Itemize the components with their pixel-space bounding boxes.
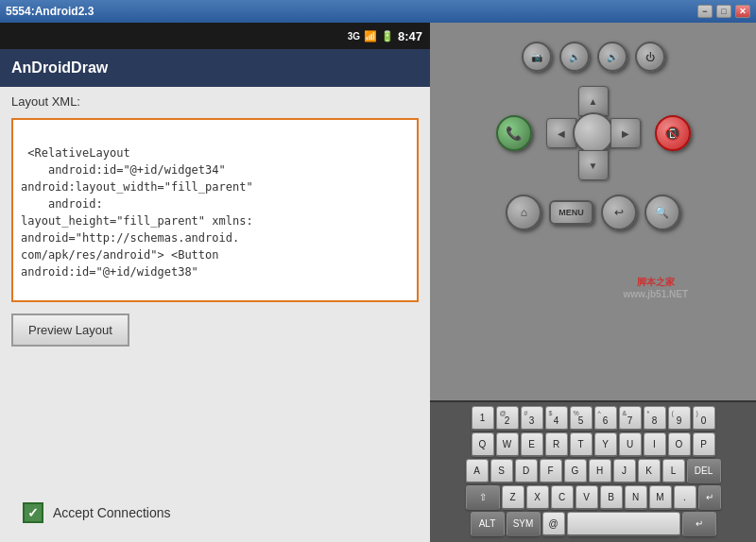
signal-icon: 📶 [364,30,377,42]
key-r[interactable]: R [545,432,568,457]
window-title: 5554:Android2.3 [6,5,94,18]
accept-connections-label: Accept Connections [53,505,171,520]
key-w[interactable]: W [496,432,519,457]
watermark: 脚本之家 www.jb51.NET [623,276,688,300]
key-shift[interactable]: ⇧ [466,485,500,510]
call-button[interactable]: 📞 [496,115,532,151]
key-m[interactable]: M [649,485,672,510]
key-6[interactable]: ^6 [594,406,617,431]
key-3[interactable]: #3 [521,406,543,431]
keyboard: 1 @2 #3 $4 %5 ^6 &7 *8 (9 )0 Q W E R T Y… [430,400,756,542]
power-button[interactable]: ⏻ [635,42,665,72]
end-call-button[interactable]: 📵 [655,115,691,151]
battery-icon: 🔋 [381,30,394,42]
xml-content[interactable]: <RelativeLayout android:id="@+id/widget3… [11,118,419,302]
xml-label: Layout XML: [11,94,419,109]
volume-down-button[interactable]: 🔉 [559,42,590,72]
key-q[interactable]: Q [472,432,494,457]
status-time: 8:47 [398,29,422,43]
key-enter[interactable]: ↵ [698,485,721,510]
key-2[interactable]: @2 [496,406,519,431]
key-o[interactable]: O [668,432,691,457]
key-n[interactable]: N [625,485,647,510]
window-controls: − □ ✕ [697,5,750,18]
key-x[interactable]: X [526,485,549,510]
bottom-controls: ⌂ MENU ↩ 🔍 [506,195,680,230]
key-9[interactable]: (9 [668,406,691,431]
key-sym[interactable]: SYM [507,512,541,536]
key-v[interactable]: V [576,485,598,510]
key-p[interactable]: P [693,432,715,457]
network-indicator: 3G [348,31,360,42]
key-del[interactable]: DEL [687,459,721,483]
key-l[interactable]: L [662,459,685,483]
watermark-line1: 脚本之家 [623,276,688,288]
camera-button[interactable]: 📷 [522,42,552,72]
key-k[interactable]: K [638,459,661,483]
key-g[interactable]: G [564,459,587,483]
key-e[interactable]: E [521,432,543,457]
volume-up-button[interactable]: 🔊 [597,42,627,72]
dpad-right-button[interactable]: ▶ [610,118,641,148]
menu-button[interactable]: MENU [549,200,593,225]
accept-connections-checkbox[interactable]: ✓ [23,502,43,523]
key-0[interactable]: )0 [693,406,715,431]
dpad: ▲ ◀ ▶ ▼ [541,81,645,185]
key-t[interactable]: T [570,432,593,457]
key-5[interactable]: %5 [570,406,593,431]
dpad-down-button[interactable]: ▼ [578,150,609,180]
key-i[interactable]: I [644,432,666,457]
dpad-center-button[interactable] [573,112,614,154]
key-at[interactable]: @ [542,512,565,536]
keyboard-row-numbers: 1 @2 #3 $4 %5 ^6 &7 *8 (9 )0 [434,406,752,431]
key-z[interactable]: Z [502,485,524,510]
keyboard-row-z: ⇧ Z X C V B N M . ↵ [434,485,752,510]
close-button[interactable]: ✕ [735,5,750,18]
app-area: AnDroidDraw Layout XML: <RelativeLayout … [0,49,430,542]
key-1[interactable]: 1 [472,406,494,431]
title-bar: 5554:Android2.3 − □ ✕ [0,0,756,23]
accept-connections-row: ✓ Accept Connections [11,491,419,534]
key-8[interactable]: *8 [644,406,666,431]
status-icons: 3G 📶 🔋 8:47 [348,29,422,43]
app-title-bar: AnDroidDraw [0,49,430,87]
search-button[interactable]: 🔍 [644,195,680,230]
keyboard-row-a: A S D F G H J K L DEL [434,459,752,483]
key-b[interactable]: B [600,485,623,510]
maximize-button[interactable]: □ [716,5,731,18]
watermark-line2: www.jb51.NET [623,288,688,300]
status-bar: 3G 📶 🔋 8:47 [0,23,430,49]
keyboard-row-bottom: ALT SYM @ ↵ [434,512,752,536]
key-c[interactable]: C [551,485,574,510]
device-screen: 3G 📶 🔋 8:47 AnDroidDraw Layout XML: <Rel… [0,23,430,542]
key-f[interactable]: F [540,459,562,483]
key-u[interactable]: U [619,432,642,457]
key-d[interactable]: D [515,459,538,483]
keyboard-row-q: Q W E R T Y U I O P [434,432,752,457]
app-title: AnDroidDraw [11,59,108,76]
back-button[interactable]: ↩ [601,195,637,230]
key-period[interactable]: . [674,485,696,510]
key-s[interactable]: S [490,459,513,483]
key-enter-bottom[interactable]: ↵ [682,512,716,536]
main-container: 3G 📶 🔋 8:47 AnDroidDraw Layout XML: <Rel… [0,23,756,542]
key-alt[interactable]: ALT [471,512,505,536]
key-space[interactable] [567,512,680,536]
middle-controls: 📞 ▲ ◀ ▶ ▼ 📵 [496,81,691,185]
key-y[interactable]: Y [594,432,617,457]
key-a[interactable]: A [466,459,489,483]
minimize-button[interactable]: − [697,5,713,18]
key-j[interactable]: J [613,459,636,483]
preview-layout-button[interactable]: Preview Layout [11,313,129,347]
key-h[interactable]: H [589,459,611,483]
key-7[interactable]: &7 [619,406,642,431]
key-4[interactable]: $4 [545,406,568,431]
home-button[interactable]: ⌂ [506,195,541,230]
top-controls: 📷 🔉 🔊 ⏻ [522,42,665,72]
app-content: Layout XML: <RelativeLayout android:id="… [0,87,430,542]
